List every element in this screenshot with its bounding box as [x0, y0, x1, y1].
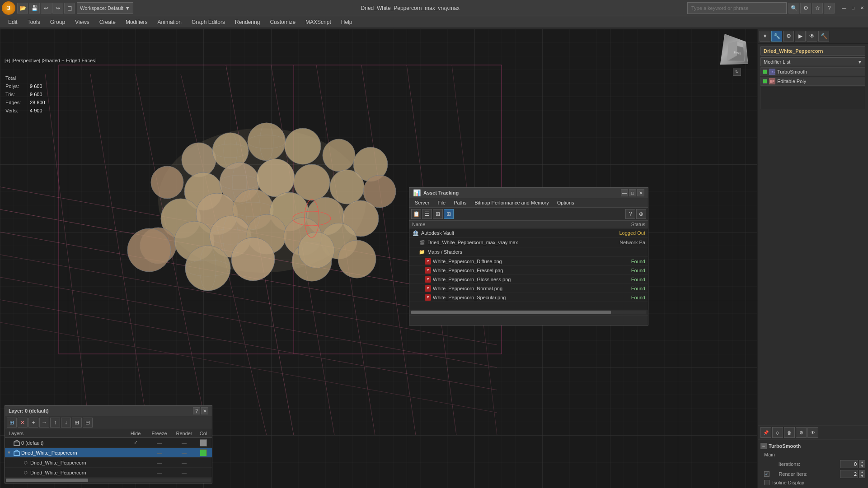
layer-expand-button[interactable]: ⊞	[72, 418, 82, 428]
menu-graph-editors[interactable]: Graph Editors	[187, 17, 230, 28]
modify-panel-icon[interactable]: 🔧	[771, 31, 782, 42]
asset-row-maxfile[interactable]: 🎬 Dried_White_Peppercorn_max_vray.max Ne…	[409, 238, 648, 247]
asset-help-button[interactable]: ?	[625, 209, 635, 219]
nav-cube-box[interactable]: Front	[720, 34, 748, 65]
menu-rendering[interactable]: Rendering	[230, 17, 264, 28]
layer-delete-button[interactable]: ✕	[18, 418, 28, 428]
menu-tools[interactable]: Tools	[23, 17, 45, 28]
asset-row-maps-folder[interactable]: 📁 Maps / Shaders	[409, 247, 648, 257]
layer-up-button[interactable]: ↑	[50, 418, 60, 428]
search-icon[interactable]: 🔍	[788, 3, 799, 14]
ts-collapse-button[interactable]: −	[760, 443, 767, 449]
layer-new-button[interactable]: ⊞	[7, 418, 17, 428]
asset-maximize-button[interactable]: □	[629, 189, 636, 196]
workspace-selector[interactable]: Workspace: Default ▼	[77, 2, 133, 14]
bookmark-icon[interactable]: ☆	[812, 3, 823, 14]
layer-add-button[interactable]: +	[28, 418, 38, 428]
utilities-panel-icon[interactable]: 🔨	[818, 31, 829, 42]
layer-help-button[interactable]: ?	[193, 407, 200, 414]
asset-row-vault[interactable]: 🏦 Autodesk Vault Logged Out	[409, 228, 648, 238]
menu-create[interactable]: Create	[95, 17, 120, 28]
asset-menu-paths[interactable]: Paths	[450, 199, 470, 206]
layer-color-swatch[interactable]	[200, 439, 207, 446]
modifier-editable-poly[interactable]: EP Editable Poly	[760, 77, 865, 86]
asset-row-glossiness[interactable]: P White_Peppercorn_Glossiness.png Found	[409, 275, 648, 284]
ts-render-iters-down[interactable]: ▼	[859, 474, 865, 478]
layer-collapse-button[interactable]: ⊟	[83, 418, 93, 428]
create-panel-icon[interactable]: ✦	[760, 31, 770, 42]
layer-row-sub2[interactable]: ⬡ Dried_White_Peppercorn — —	[5, 468, 212, 478]
minimize-button[interactable]: —	[840, 4, 848, 12]
asset-menu-server[interactable]: Server	[411, 199, 433, 206]
layer-scrollbar-thumb[interactable]	[6, 479, 88, 482]
turbosmooth-settings: − TurboSmooth Main Iterations: 0 ▲ ▼ Ren…	[758, 440, 868, 488]
ts-iterations-down[interactable]: ▼	[859, 464, 865, 468]
menu-modifiers[interactable]: Modifiers	[121, 17, 152, 28]
asset-menu-file[interactable]: File	[434, 199, 449, 206]
layer-col-cell[interactable]	[197, 439, 210, 446]
menu-views[interactable]: Views	[70, 17, 94, 28]
layer-close-button[interactable]: ✕	[201, 407, 208, 414]
asset-scrollbar[interactable]	[411, 311, 646, 314]
redo-icon[interactable]: ↪	[52, 3, 63, 14]
asset-tb-icon1[interactable]: 📋	[411, 209, 421, 219]
asset-row-diffuse[interactable]: P White_Peppercorn_Diffuse.png Found	[409, 257, 648, 266]
asset-extra-button[interactable]: ⊕	[636, 209, 646, 219]
asset-menu-options[interactable]: Options	[554, 199, 578, 206]
layer-expand-icon[interactable]: ▼	[7, 450, 13, 455]
menu-maxscript[interactable]: MAXScript	[301, 17, 336, 28]
make-unique-icon[interactable]: ◇	[772, 427, 783, 438]
modifier-list-header[interactable]: Modifier List ▼	[760, 57, 865, 66]
asset-row-specular[interactable]: P White_Peppercorn_Specular.png Found	[409, 293, 648, 302]
asset-minimize-button[interactable]: —	[621, 189, 628, 196]
layer-col-cell[interactable]	[197, 449, 210, 456]
menu-animation[interactable]: Animation	[153, 17, 186, 28]
ts-render-iters-up[interactable]: ▲	[859, 470, 865, 474]
navigation-cube[interactable]: Front ↻	[719, 32, 755, 72]
asset-close-button[interactable]: ✕	[637, 189, 644, 196]
search-box[interactable]: Type a keyword or phrase	[687, 2, 787, 14]
help-icon[interactable]: ?	[824, 3, 835, 14]
hierarchy-panel-icon[interactable]: ⚙	[783, 31, 794, 42]
menu-group[interactable]: Group	[46, 17, 70, 28]
asset-scrollbar-thumb[interactable]	[411, 311, 611, 314]
search-placeholder: Type a keyword or phrase	[691, 5, 749, 11]
display-panel-icon[interactable]: 👁	[807, 31, 817, 42]
layer-move-button[interactable]: →	[39, 418, 49, 428]
filter-icon[interactable]: ⚙	[800, 3, 811, 14]
show-end-result-icon[interactable]: 👁	[807, 427, 818, 438]
ts-render-iters-value[interactable]: 2	[840, 470, 858, 478]
ts-render-iters-check[interactable]	[764, 471, 769, 477]
layer-down-button[interactable]: ↓	[61, 418, 71, 428]
close-button[interactable]: ✕	[858, 4, 866, 12]
pin-stack-icon[interactable]: 📌	[760, 427, 771, 438]
nav-rotate-icon[interactable]: ↻	[733, 68, 741, 76]
modifier-turbosmooth[interactable]: TS TurboSmooth	[760, 67, 865, 76]
ts-iterations-up[interactable]: ▲	[859, 460, 865, 464]
asset-tb-icon4[interactable]: ⊞	[444, 209, 454, 219]
save-file-icon[interactable]: 💾	[29, 3, 40, 14]
menu-help[interactable]: Help	[337, 17, 357, 28]
select-icon[interactable]: ▢	[64, 3, 75, 14]
asset-row-normal[interactable]: P White_Peppercorn_Normal.png Found	[409, 284, 648, 293]
menu-edit[interactable]: Edit	[4, 17, 22, 28]
layer-row-peppercorn[interactable]: ▼ Dried_White_Peppercorn — —	[5, 448, 212, 458]
configure-icon[interactable]: ⚙	[796, 427, 807, 438]
ts-isoline-check[interactable]	[764, 480, 769, 485]
layer-color-swatch[interactable]	[200, 449, 207, 456]
menu-customize[interactable]: Customize	[265, 17, 300, 28]
ts-iterations-value[interactable]: 0	[840, 460, 858, 468]
asset-menu-bitmap[interactable]: Bitmap Performance and Memory	[471, 199, 552, 206]
asset-tb-icon2[interactable]: ☰	[422, 209, 432, 219]
remove-modifier-icon[interactable]: 🗑	[784, 427, 795, 438]
undo-icon[interactable]: ↩	[41, 3, 52, 14]
asset-row-fresnel[interactable]: P White_Peppercorn_Fresnel.png Found	[409, 266, 648, 275]
layer-scrollbar[interactable]	[6, 479, 211, 482]
motion-panel-icon[interactable]: ▶	[795, 31, 806, 42]
layer-window-controls: ? ✕	[193, 407, 208, 414]
maximize-button[interactable]: □	[849, 4, 857, 12]
layer-row-sub1[interactable]: ⬡ Dried_White_Peppercorn — —	[5, 458, 212, 468]
layer-row-default[interactable]: 0 (default) ✓ — —	[5, 438, 212, 448]
open-file-icon[interactable]: 📂	[17, 3, 28, 14]
asset-tb-icon3[interactable]: ⊞	[433, 209, 443, 219]
